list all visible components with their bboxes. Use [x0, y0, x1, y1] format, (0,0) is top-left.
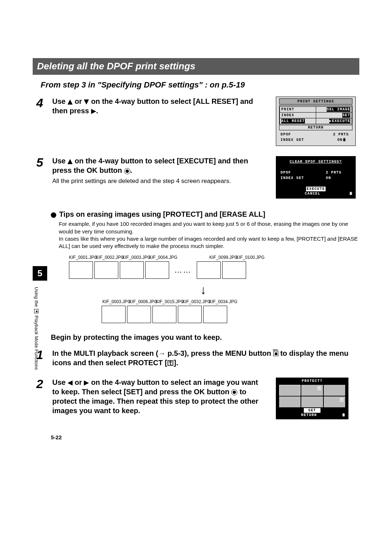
lcd-thumbnail: [279, 385, 301, 396]
protect-key-icon: ⚿: [167, 359, 174, 367]
step-5-text: Use on the 4-way button to select [EXECU…: [52, 156, 265, 175]
step-5-body: All the print settings are deleted and t…: [52, 177, 265, 185]
thumbnail: [222, 261, 246, 279]
ok-button-icon: [231, 389, 237, 395]
thumbnail: [120, 261, 144, 279]
bullet-icon: [51, 212, 56, 218]
image-strip-before: KIF_0001.JPG KIF_0002.JPG KIF_0003.JPG K…: [69, 255, 338, 323]
execute-option: EXECUTE: [306, 187, 326, 191]
sidebar-label: Using the Playback Mode Functions: [33, 287, 39, 385]
up-arrow-icon: [68, 99, 73, 105]
lcd-title: CLEAR DPOF SETTINGS?: [276, 158, 355, 166]
tips-title: Tips on erasing images using [PROTECT] a…: [51, 209, 359, 219]
down-arrow-icon: [84, 99, 89, 105]
lcd-thumbnail: [301, 396, 323, 407]
lcd-thumbnail: [279, 396, 301, 407]
section-header: Deleting all the DPOF print settings: [33, 58, 359, 75]
lcd-thumbnail: [324, 385, 345, 396]
step-4-text: Use or on the 4-way button to select [AL…: [52, 97, 265, 146]
thumbnail: [203, 306, 227, 323]
protect-key-icon: ⚿: [340, 398, 344, 403]
left-arrow-icon: [68, 380, 73, 386]
thumbnail: [145, 261, 169, 279]
set-option: SET: [304, 408, 320, 413]
ok-button-icon: [124, 168, 130, 174]
print-settings-lcd: PRINT SETTINGS PRINTSEL IMAGE INDEXSET A…: [276, 97, 356, 146]
cancel-option: CANCEL: [305, 192, 320, 196]
lcd-thumbnail: ⚿: [324, 396, 345, 407]
right-arrow-icon: [84, 380, 89, 386]
thumbnail: [197, 261, 221, 279]
thumbnail: [69, 261, 93, 279]
trash-icon: 🗑: [342, 413, 346, 417]
up-arrow-icon: [68, 159, 73, 164]
menu-button-icon: [273, 351, 278, 356]
clear-dpof-lcd: CLEAR DPOF SETTINGS? DPOF2 PRTS INDEX SE…: [276, 156, 356, 199]
return-option: RETURN: [301, 413, 317, 417]
step-2-text: Use or on the 4-way button to select an …: [52, 378, 265, 419]
step-5: 5 Use on the 4-way button to select [EXE…: [33, 156, 359, 199]
thumbnail: [94, 261, 118, 279]
lcd-return: RETURN: [279, 125, 352, 130]
playback-icon: [34, 309, 38, 313]
protect-key-icon: ⚿: [317, 386, 322, 391]
trash-icon: 🗑: [343, 138, 347, 142]
thumbnail: [102, 306, 126, 323]
begin-line: Begin by protecting the images you want …: [51, 333, 359, 342]
thumbnail: [178, 306, 202, 323]
thumbnail: [152, 306, 176, 323]
step-1-text: In the MULTI playback screen (→ p.5-3), …: [52, 349, 359, 367]
from-step-line: From step 3 in "Specifying DPOF settings…: [41, 80, 359, 90]
lcd-title: PRINT SETTINGS: [279, 98, 352, 105]
step-1-protect: 1 In the MULTI playback screen (→ p.5-3)…: [33, 349, 359, 367]
right-arrow-icon: [91, 109, 96, 114]
thumbnail: [127, 306, 151, 323]
lcd-thumbnail: ⚿: [301, 385, 323, 396]
chapter-number-box: 5: [33, 266, 47, 281]
step-2-protect: 2 Use or on the 4-way button to select a…: [33, 378, 359, 419]
down-arrow-icon: ↓: [69, 282, 338, 298]
tips-body: For example, if you have 100 recorded im…: [59, 220, 359, 250]
step-number: 4: [33, 97, 52, 109]
protect-lcd: PROTECT? ⚿ ⚿ SET RETURN🗑: [276, 378, 348, 419]
lcd-title: PROTECT?: [276, 378, 348, 384]
page-number: 5-22: [51, 434, 359, 441]
trash-icon: 🗑: [349, 191, 353, 196]
ellipsis-icon: ……: [174, 265, 192, 276]
step-4: 4 Use or on the 4-way button to select […: [33, 97, 359, 146]
step-number: 5: [33, 156, 52, 168]
